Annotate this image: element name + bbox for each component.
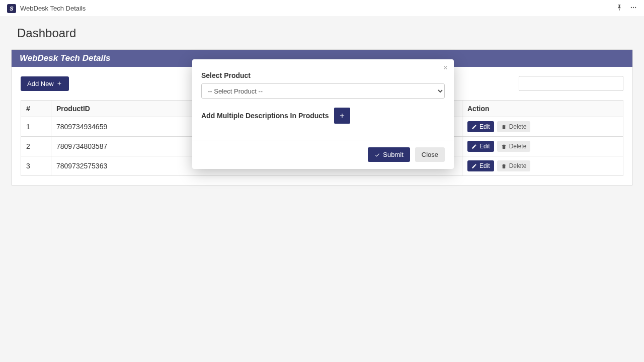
submit-button[interactable]: Submit bbox=[368, 147, 410, 162]
page-title: Dashboard bbox=[0, 17, 644, 49]
edit-button[interactable]: Edit bbox=[467, 121, 494, 132]
delete-button[interactable]: Delete bbox=[497, 121, 531, 132]
cell-action: EditDelete bbox=[462, 117, 623, 137]
app-icon: S bbox=[7, 4, 16, 13]
select-product-dropdown[interactable]: -- Select Product -- bbox=[201, 83, 445, 99]
cell-action: EditDelete bbox=[462, 137, 623, 156]
delete-button[interactable]: Delete bbox=[497, 160, 531, 171]
add-new-label: Add New bbox=[27, 80, 54, 87]
edit-button[interactable]: Edit bbox=[467, 160, 494, 171]
edit-label: Edit bbox=[479, 162, 490, 169]
add-description-button[interactable] bbox=[334, 108, 350, 124]
check-icon bbox=[374, 152, 380, 158]
edit-label: Edit bbox=[479, 123, 490, 130]
cell-num: 2 bbox=[21, 137, 51, 156]
multi-desc-label: Add Multiple Descriptions In Products bbox=[201, 112, 329, 120]
plus-icon bbox=[339, 112, 346, 119]
delete-label: Delete bbox=[509, 123, 527, 130]
product-modal: × Select Product -- Select Product -- Ad… bbox=[192, 59, 454, 169]
submit-label: Submit bbox=[383, 151, 403, 158]
close-button[interactable]: Close bbox=[415, 147, 445, 162]
svg-point-0 bbox=[631, 7, 632, 8]
modal-close-button[interactable]: × bbox=[443, 63, 448, 72]
topbar-left: S WebDesk Tech Details bbox=[7, 4, 86, 13]
more-icon[interactable] bbox=[630, 4, 637, 13]
svg-point-1 bbox=[633, 7, 634, 8]
edit-icon bbox=[471, 124, 477, 130]
cell-num: 3 bbox=[21, 156, 51, 176]
search-input[interactable] bbox=[519, 76, 623, 91]
edit-icon bbox=[471, 144, 477, 149]
trash-icon bbox=[501, 144, 507, 149]
pin-icon[interactable] bbox=[616, 4, 623, 13]
topbar-title: WebDesk Tech Details bbox=[20, 5, 86, 12]
cell-num: 1 bbox=[21, 117, 51, 137]
topbar-right bbox=[616, 4, 637, 13]
col-header-action: Action bbox=[462, 101, 623, 117]
col-header-num: # bbox=[21, 101, 51, 117]
edit-icon bbox=[471, 163, 477, 169]
trash-icon bbox=[501, 124, 507, 130]
trash-icon bbox=[501, 163, 507, 169]
delete-label: Delete bbox=[509, 143, 527, 150]
delete-label: Delete bbox=[509, 162, 527, 169]
close-label: Close bbox=[422, 151, 438, 158]
delete-button[interactable]: Delete bbox=[497, 141, 531, 152]
select-product-label: Select Product bbox=[201, 71, 445, 79]
svg-point-2 bbox=[635, 7, 636, 8]
cell-action: EditDelete bbox=[462, 156, 623, 176]
plus-icon bbox=[56, 80, 62, 86]
edit-button[interactable]: Edit bbox=[467, 141, 494, 152]
edit-label: Edit bbox=[479, 143, 490, 150]
add-new-button[interactable]: Add New bbox=[21, 76, 69, 91]
topbar: S WebDesk Tech Details bbox=[0, 0, 644, 17]
close-icon: × bbox=[443, 63, 448, 72]
